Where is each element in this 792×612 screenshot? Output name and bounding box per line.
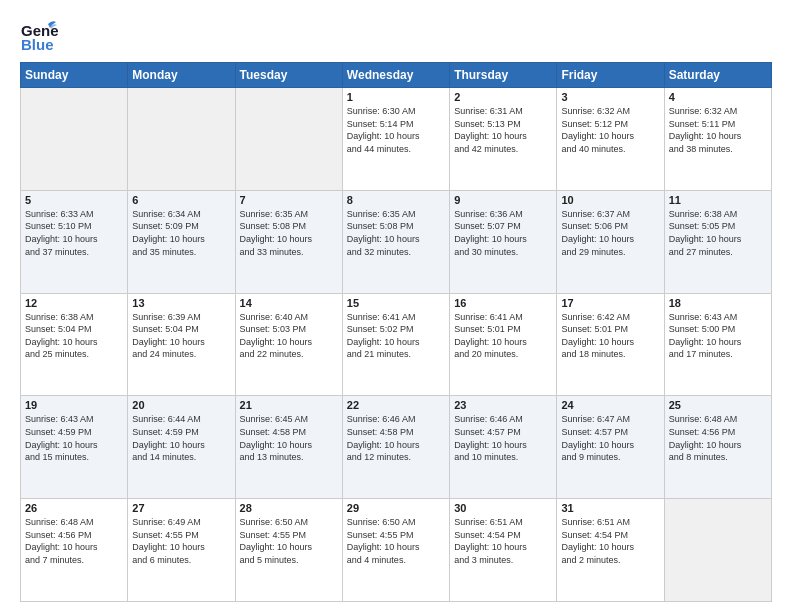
weekday-friday: Friday [557,63,664,88]
day-number: 11 [669,194,767,206]
calendar-cell: 24Sunrise: 6:47 AM Sunset: 4:57 PM Dayli… [557,396,664,499]
day-info: Sunrise: 6:46 AM Sunset: 4:57 PM Dayligh… [454,413,552,463]
calendar-cell: 29Sunrise: 6:50 AM Sunset: 4:55 PM Dayli… [342,499,449,602]
day-number: 8 [347,194,445,206]
day-info: Sunrise: 6:30 AM Sunset: 5:14 PM Dayligh… [347,105,445,155]
day-number: 23 [454,399,552,411]
day-number: 25 [669,399,767,411]
day-info: Sunrise: 6:38 AM Sunset: 5:05 PM Dayligh… [669,208,767,258]
day-info: Sunrise: 6:44 AM Sunset: 4:59 PM Dayligh… [132,413,230,463]
day-info: Sunrise: 6:38 AM Sunset: 5:04 PM Dayligh… [25,311,123,361]
calendar-cell: 10Sunrise: 6:37 AM Sunset: 5:06 PM Dayli… [557,190,664,293]
day-number: 17 [561,297,659,309]
calendar-cell: 19Sunrise: 6:43 AM Sunset: 4:59 PM Dayli… [21,396,128,499]
day-info: Sunrise: 6:41 AM Sunset: 5:01 PM Dayligh… [454,311,552,361]
calendar-cell: 11Sunrise: 6:38 AM Sunset: 5:05 PM Dayli… [664,190,771,293]
calendar-cell: 20Sunrise: 6:44 AM Sunset: 4:59 PM Dayli… [128,396,235,499]
day-number: 15 [347,297,445,309]
day-number: 9 [454,194,552,206]
week-row-2: 12Sunrise: 6:38 AM Sunset: 5:04 PM Dayli… [21,293,772,396]
day-number: 5 [25,194,123,206]
day-number: 7 [240,194,338,206]
day-info: Sunrise: 6:42 AM Sunset: 5:01 PM Dayligh… [561,311,659,361]
day-info: Sunrise: 6:32 AM Sunset: 5:11 PM Dayligh… [669,105,767,155]
day-number: 2 [454,91,552,103]
day-number: 27 [132,502,230,514]
day-number: 1 [347,91,445,103]
calendar-cell: 12Sunrise: 6:38 AM Sunset: 5:04 PM Dayli… [21,293,128,396]
day-number: 31 [561,502,659,514]
day-number: 10 [561,194,659,206]
day-number: 14 [240,297,338,309]
calendar-cell: 17Sunrise: 6:42 AM Sunset: 5:01 PM Dayli… [557,293,664,396]
calendar-header: SundayMondayTuesdayWednesdayThursdayFrid… [21,63,772,88]
day-info: Sunrise: 6:50 AM Sunset: 4:55 PM Dayligh… [347,516,445,566]
weekday-saturday: Saturday [664,63,771,88]
day-number: 22 [347,399,445,411]
calendar-cell: 4Sunrise: 6:32 AM Sunset: 5:11 PM Daylig… [664,88,771,191]
calendar-table: SundayMondayTuesdayWednesdayThursdayFrid… [20,62,772,602]
day-info: Sunrise: 6:43 AM Sunset: 5:00 PM Dayligh… [669,311,767,361]
day-number: 13 [132,297,230,309]
calendar-cell [664,499,771,602]
logo-icon: General Blue [20,16,58,54]
day-info: Sunrise: 6:34 AM Sunset: 5:09 PM Dayligh… [132,208,230,258]
day-info: Sunrise: 6:51 AM Sunset: 4:54 PM Dayligh… [454,516,552,566]
day-info: Sunrise: 6:36 AM Sunset: 5:07 PM Dayligh… [454,208,552,258]
day-number: 26 [25,502,123,514]
weekday-row: SundayMondayTuesdayWednesdayThursdayFrid… [21,63,772,88]
day-info: Sunrise: 6:40 AM Sunset: 5:03 PM Dayligh… [240,311,338,361]
week-row-1: 5Sunrise: 6:33 AM Sunset: 5:10 PM Daylig… [21,190,772,293]
header: General Blue [20,16,772,54]
day-info: Sunrise: 6:48 AM Sunset: 4:56 PM Dayligh… [669,413,767,463]
calendar-cell: 18Sunrise: 6:43 AM Sunset: 5:00 PM Dayli… [664,293,771,396]
day-info: Sunrise: 6:35 AM Sunset: 5:08 PM Dayligh… [347,208,445,258]
svg-text:Blue: Blue [21,36,54,53]
day-info: Sunrise: 6:45 AM Sunset: 4:58 PM Dayligh… [240,413,338,463]
day-number: 21 [240,399,338,411]
calendar-cell: 14Sunrise: 6:40 AM Sunset: 5:03 PM Dayli… [235,293,342,396]
calendar-cell: 23Sunrise: 6:46 AM Sunset: 4:57 PM Dayli… [450,396,557,499]
calendar-cell: 7Sunrise: 6:35 AM Sunset: 5:08 PM Daylig… [235,190,342,293]
calendar-cell: 1Sunrise: 6:30 AM Sunset: 5:14 PM Daylig… [342,88,449,191]
day-info: Sunrise: 6:50 AM Sunset: 4:55 PM Dayligh… [240,516,338,566]
week-row-3: 19Sunrise: 6:43 AM Sunset: 4:59 PM Dayli… [21,396,772,499]
day-number: 30 [454,502,552,514]
calendar-cell: 22Sunrise: 6:46 AM Sunset: 4:58 PM Dayli… [342,396,449,499]
day-info: Sunrise: 6:41 AM Sunset: 5:02 PM Dayligh… [347,311,445,361]
day-number: 16 [454,297,552,309]
week-row-0: 1Sunrise: 6:30 AM Sunset: 5:14 PM Daylig… [21,88,772,191]
calendar-cell: 6Sunrise: 6:34 AM Sunset: 5:09 PM Daylig… [128,190,235,293]
day-info: Sunrise: 6:37 AM Sunset: 5:06 PM Dayligh… [561,208,659,258]
day-number: 4 [669,91,767,103]
day-number: 28 [240,502,338,514]
day-info: Sunrise: 6:33 AM Sunset: 5:10 PM Dayligh… [25,208,123,258]
day-info: Sunrise: 6:39 AM Sunset: 5:04 PM Dayligh… [132,311,230,361]
calendar-cell: 30Sunrise: 6:51 AM Sunset: 4:54 PM Dayli… [450,499,557,602]
day-number: 18 [669,297,767,309]
weekday-tuesday: Tuesday [235,63,342,88]
calendar-cell [21,88,128,191]
calendar-body: 1Sunrise: 6:30 AM Sunset: 5:14 PM Daylig… [21,88,772,602]
weekday-wednesday: Wednesday [342,63,449,88]
calendar-cell: 5Sunrise: 6:33 AM Sunset: 5:10 PM Daylig… [21,190,128,293]
day-number: 12 [25,297,123,309]
day-info: Sunrise: 6:46 AM Sunset: 4:58 PM Dayligh… [347,413,445,463]
day-number: 3 [561,91,659,103]
calendar-cell: 21Sunrise: 6:45 AM Sunset: 4:58 PM Dayli… [235,396,342,499]
day-number: 29 [347,502,445,514]
day-info: Sunrise: 6:48 AM Sunset: 4:56 PM Dayligh… [25,516,123,566]
calendar-cell: 8Sunrise: 6:35 AM Sunset: 5:08 PM Daylig… [342,190,449,293]
week-row-4: 26Sunrise: 6:48 AM Sunset: 4:56 PM Dayli… [21,499,772,602]
day-info: Sunrise: 6:49 AM Sunset: 4:55 PM Dayligh… [132,516,230,566]
day-info: Sunrise: 6:31 AM Sunset: 5:13 PM Dayligh… [454,105,552,155]
logo: General Blue [20,16,64,54]
calendar-cell: 9Sunrise: 6:36 AM Sunset: 5:07 PM Daylig… [450,190,557,293]
calendar-cell: 31Sunrise: 6:51 AM Sunset: 4:54 PM Dayli… [557,499,664,602]
page: General Blue SundayMondayTuesdayWednesda… [0,0,792,612]
calendar-cell [128,88,235,191]
day-number: 20 [132,399,230,411]
day-info: Sunrise: 6:35 AM Sunset: 5:08 PM Dayligh… [240,208,338,258]
day-info: Sunrise: 6:43 AM Sunset: 4:59 PM Dayligh… [25,413,123,463]
calendar-cell: 25Sunrise: 6:48 AM Sunset: 4:56 PM Dayli… [664,396,771,499]
